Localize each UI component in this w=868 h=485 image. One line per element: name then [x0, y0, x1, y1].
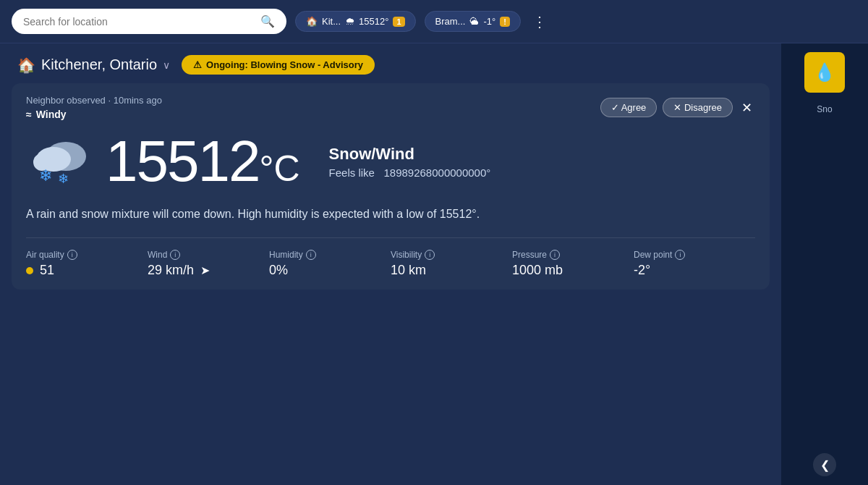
wind-direction-icon: ➤ — [200, 263, 210, 277]
disagree-button[interactable]: ✕ Disagree — [663, 98, 733, 117]
weather-card: Neighbor observed · 10mins ago ≈ Windy ✓… — [12, 83, 770, 290]
observation-bar: Neighbor observed · 10mins ago ≈ Windy ✓… — [26, 95, 755, 120]
snow-label: Sno — [814, 98, 835, 120]
condition-text: Windy — [36, 109, 67, 120]
dew-point-value: -2° — [634, 263, 746, 278]
dew-point-label: Dew point i — [634, 250, 746, 260]
weather-description: A rain and snow mixture will come down. … — [26, 206, 755, 223]
wind-label: Wind i — [148, 250, 260, 260]
top-bar: 🔍 🏠 Kit... 🌨 15512° 1 Bram... 🌥 -1° ! ⋮ — [0, 0, 868, 43]
observation-info: Neighbor observed · 10mins ago ≈ Windy — [26, 95, 162, 120]
humidity-label: Humidity i — [269, 250, 382, 260]
city-name: Kitchener, Ontario — [41, 56, 157, 73]
location-chip-2[interactable]: Bram... 🌥 -1° ! — [425, 11, 521, 32]
action-buttons: ✓ Agree ✕ Disagree ✕ — [600, 97, 755, 119]
temp-unit: °C — [259, 148, 299, 189]
location2-temp: -1° — [483, 16, 495, 27]
right-sidebar: 💧 Sno ❮ — [781, 43, 868, 485]
location-header: 🏠 Kitchener, Ontario ∨ ⚠ Ongoing: Blowin… — [0, 43, 781, 83]
wind-icon: ≈ — [26, 109, 32, 120]
wind-value: 29 km/h ➤ — [148, 263, 260, 278]
search-icon: 🔍 — [260, 14, 275, 28]
dew-point-info-icon[interactable]: i — [675, 250, 685, 260]
stat-visibility: Visibility i 10 km — [391, 250, 512, 278]
pressure-value: 1000 mb — [512, 263, 625, 278]
air-quality-dot — [26, 267, 33, 274]
pressure-label: Pressure i — [512, 250, 625, 260]
stat-humidity: Humidity i 0% — [269, 250, 391, 278]
agree-button[interactable]: ✓ Agree — [600, 98, 658, 117]
main-content: 🏠 Kitchener, Ontario ∨ ⚠ Ongoing: Blowin… — [0, 43, 868, 485]
feels-like-row: Feels like 18989268000000000° — [329, 166, 491, 179]
humidity-info-icon[interactable]: i — [306, 250, 316, 260]
alert-icon: 💧 — [814, 62, 835, 83]
search-input[interactable] — [23, 16, 255, 28]
stat-pressure: Pressure i 1000 mb — [512, 250, 634, 278]
stat-dew-point: Dew point i -2° — [634, 250, 755, 278]
weather-icon-chip2: 🌥 — [469, 16, 479, 27]
svg-text:❄: ❄ — [58, 172, 69, 186]
air-quality-label: Air quality i — [26, 250, 139, 260]
weather-condition: Snow/Wind — [329, 145, 491, 164]
location-name-container[interactable]: 🏠 Kitchener, Ontario ∨ — [17, 56, 170, 74]
location1-name: Kit... — [322, 16, 341, 27]
wind-info-icon[interactable]: i — [170, 250, 180, 260]
svg-text:❄: ❄ — [39, 166, 52, 185]
weather-icon-large: ❄ ❄ — [26, 129, 91, 194]
sidebar-alert-button[interactable]: 💧 — [804, 52, 845, 93]
visibility-info-icon[interactable]: i — [425, 250, 435, 260]
weather-icon-chip1: 🌨 — [345, 16, 354, 27]
location2-warning: ! — [500, 17, 510, 27]
location1-temp: 15512° — [359, 16, 388, 27]
close-observation-button[interactable]: ✕ — [739, 97, 755, 119]
weather-panel: 🏠 Kitchener, Ontario ∨ ⚠ Ongoing: Blowin… — [0, 43, 781, 485]
stats-row: Air quality i 51 Wind i 29 km/h — [26, 237, 755, 278]
stat-air-quality: Air quality i 51 — [26, 250, 148, 278]
home-icon: 🏠 — [17, 56, 35, 74]
air-quality-value: 51 — [26, 263, 139, 278]
sidebar-nav-arrow[interactable]: ❮ — [813, 453, 836, 476]
observation-time: Neighbor observed · 10mins ago — [26, 95, 162, 106]
search-box[interactable]: 🔍 — [12, 9, 286, 34]
temp-right-info: Snow/Wind Feels like 18989268000000000° — [329, 145, 491, 179]
feels-like-value: 18989268000000000° — [383, 166, 490, 179]
observation-condition: ≈ Windy — [26, 109, 162, 120]
advisory-icon: ⚠ — [193, 59, 202, 70]
location1-warning: 1 — [393, 17, 404, 27]
temperature-container: 15512°C — [106, 132, 300, 190]
humidity-value: 0% — [269, 263, 382, 278]
chevron-left-icon: ❮ — [820, 458, 830, 472]
pressure-info-icon[interactable]: i — [550, 250, 560, 260]
stat-wind: Wind i 29 km/h ➤ — [148, 250, 269, 278]
visibility-value: 10 km — [391, 263, 503, 278]
advisory-text: Ongoing: Blowing Snow - Advisory — [206, 59, 363, 70]
chevron-down-icon: ∨ — [163, 59, 170, 71]
feels-like-label: Feels like — [329, 166, 375, 179]
more-options-icon[interactable]: ⋮ — [532, 13, 547, 30]
temperature-value: 15512 — [106, 129, 259, 193]
temp-display: ❄ ❄ 15512°C Snow/Wind Feels like 1898926… — [26, 129, 755, 194]
location2-name: Bram... — [435, 16, 466, 27]
air-quality-info-icon[interactable]: i — [67, 250, 77, 260]
visibility-label: Visibility i — [391, 250, 503, 260]
advisory-badge[interactable]: ⚠ Ongoing: Blowing Snow - Advisory — [182, 55, 375, 75]
home-icon-chip1: 🏠 — [306, 16, 318, 27]
location-chip-1[interactable]: 🏠 Kit... 🌨 15512° 1 — [295, 11, 416, 32]
